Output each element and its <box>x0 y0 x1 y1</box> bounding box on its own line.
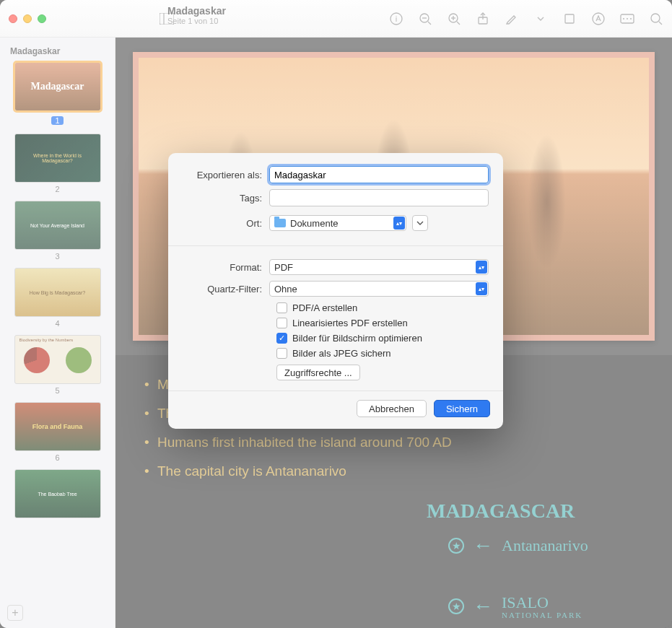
save-button[interactable]: Sichern <box>434 400 490 417</box>
checkbox-jpeg[interactable]: Bilder als JPEG sichern <box>276 348 489 359</box>
tags-label: Tags: <box>183 193 269 204</box>
updown-icon: ▴▾ <box>476 282 487 295</box>
format-label: Format: <box>183 262 269 273</box>
cancel-button[interactable]: Abbrechen <box>357 400 427 417</box>
updown-icon: ▴▾ <box>393 217 405 230</box>
export-as-label: Exportieren als: <box>183 170 269 180</box>
permissions-button[interactable]: Zugriffsrechte ... <box>276 365 360 380</box>
format-select[interactable]: PDF ▴▾ <box>269 259 489 275</box>
folder-icon <box>274 219 286 227</box>
filename-input[interactable] <box>269 166 489 183</box>
checkbox-icon <box>276 318 287 328</box>
quartz-filter-label: Quartz-Filter: <box>183 284 269 295</box>
checkbox-icon <box>276 348 287 359</box>
quartz-filter-select[interactable]: Ohne ▴▾ <box>269 281 489 297</box>
checkbox-pdfa[interactable]: PDF/A erstellen <box>276 302 489 313</box>
updown-icon: ▴▾ <box>476 261 487 274</box>
export-dialog: Exportieren als: Tags: Ort: Dokumente ▴▾ <box>168 153 503 429</box>
checkbox-optimize-images[interactable]: ✓ Bilder für Bildschirm optimieren <box>276 333 489 344</box>
checkbox-icon <box>276 302 287 313</box>
location-label: Ort: <box>183 218 269 229</box>
tags-input[interactable] <box>269 189 489 206</box>
app-window: Madagaskar Seite 1 von 10 i Madagaskar M… <box>0 0 672 628</box>
expand-save-button[interactable] <box>412 215 428 231</box>
location-popup[interactable]: Dokumente ▴▾ <box>269 215 406 231</box>
checkbox-icon: ✓ <box>276 333 287 344</box>
checkbox-linearized[interactable]: Linearisiertes PDF erstellen <box>276 318 489 328</box>
